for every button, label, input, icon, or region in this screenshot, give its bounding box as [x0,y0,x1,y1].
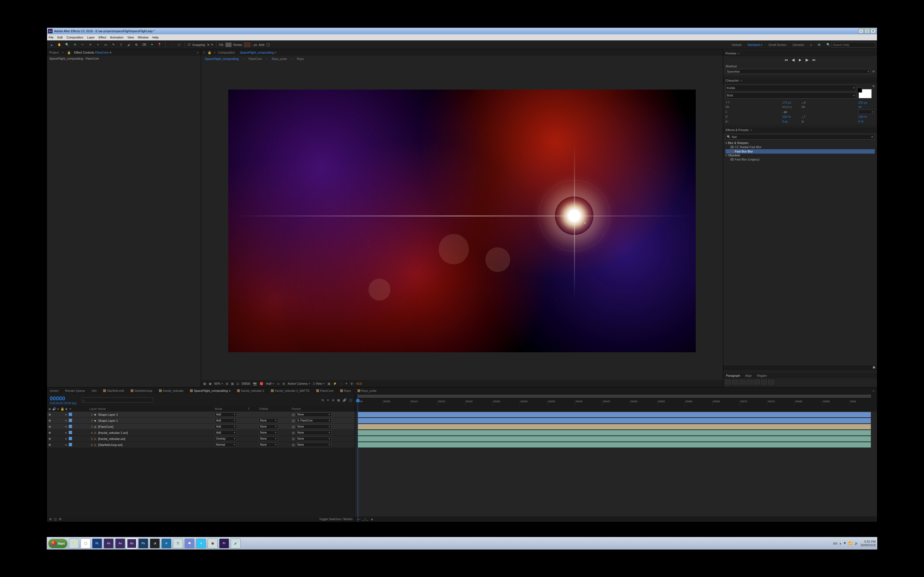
label-color-swatch[interactable] [69,425,72,428]
menu-effect[interactable]: Effect [99,36,106,39]
pix-icon[interactable]: ▦ [328,382,330,385]
taskbar-item-bug[interactable]: 🐞 [208,538,218,548]
lock-icon[interactable]: 🔒 [208,51,212,55]
grid-icon[interactable]: ▦ [231,382,234,385]
trkmat-dropdown[interactable]: None▾ [259,419,278,423]
eye-icon[interactable]: ◉ [48,419,52,422]
taskbar-item-ts[interactable]: ⟳ [162,538,171,548]
col-parent[interactable]: Parent [292,407,347,411]
strokestyle-dropdown[interactable]: ▾ [858,110,875,114]
selection-tool-icon[interactable]: ▲ [48,42,55,48]
effect-item-selected[interactable]: Fast Box Blur [725,149,875,153]
tl-foot-icon[interactable]: ◫ [54,517,57,521]
mesh2-icon[interactable]: ⊞ [176,42,182,48]
workspace-libraries[interactable]: Libraries [793,43,804,47]
close-button[interactable]: ✕ [871,29,876,33]
parent-pickwhip-icon[interactable]: @ [292,431,295,434]
toggle-switches-button[interactable]: Toggle Switches / Modes [319,517,352,521]
brush-tool-icon[interactable]: 🖌 [126,42,132,48]
zoom-in-icon[interactable]: ▲ [370,517,373,521]
first-frame-icon[interactable]: ⏮ [785,58,788,62]
roto-tool-icon[interactable]: ✦ [149,42,155,48]
taskbar-item-notes[interactable]: 🗒 [173,538,183,548]
font-size-value[interactable]: 170 px [782,101,799,104]
trkmat-dropdown[interactable]: None▾ [259,430,278,435]
layer-bars-area[interactable] [355,412,877,516]
bc-item-2[interactable]: Rays_polar [272,57,287,60]
magnification-dropdown[interactable]: 50% [214,382,223,385]
para-align-right-icon[interactable] [740,380,745,384]
timeline-tab[interactable]: fractal_nebulae [159,389,183,392]
timeline-tab[interactable]: Rays [340,389,351,392]
current-timecode[interactable]: 00000 [50,395,77,402]
workspace-standard[interactable]: Standard ≡ [748,43,762,47]
tray-up-icon[interactable]: ▴ [840,542,841,545]
minimize-button[interactable]: — [858,29,864,33]
timeline-tab[interactable]: fractal_nebulae 2_MATTE [271,389,310,392]
layer-bar[interactable] [358,424,871,429]
res-icon[interactable]: ⊞ [226,382,228,385]
parent-pickwhip-icon[interactable]: @ [292,419,295,422]
stroke-swatch[interactable] [244,43,250,47]
tl-icon[interactable]: ⇆ [321,398,324,402]
mask-icon[interactable]: ▣ [209,382,212,385]
tray-lang[interactable]: EN [833,542,837,545]
blend-mode-dropdown[interactable]: Normal▾ [215,443,237,447]
titlebar[interactable]: Ae Adobe After Effects CC 2018 - E:\ae-p… [47,28,877,34]
para-justify-last-center-icon[interactable] [754,380,759,384]
timeline-tab[interactable]: fractal_nebulae 2 [237,389,264,392]
puppet-tool-icon[interactable]: 📍 [157,42,163,48]
tl-icon[interactable]: ⊕ [332,398,334,402]
timeline-layer-row[interactable]: ◉▸5⚠[fractal_nebulae.avi]Overlay▾None▾@N… [47,436,355,442]
render-icon[interactable]: ✦ [345,382,347,385]
anchor-tool-icon[interactable]: ⌖ [95,42,101,48]
effects-group[interactable]: Obsolete [725,153,875,157]
menu-file[interactable]: File [48,36,53,39]
alpha-icon[interactable]: ▦ [203,382,206,385]
timeline-tab[interactable]: Rays_polar [357,389,377,392]
tl-icon[interactable]: ✦ [327,398,329,402]
menu-help[interactable]: Help [152,36,159,39]
tray-flag-icon[interactable]: ⚑ [843,542,846,545]
blend-mode-dropdown[interactable]: Add▾ [215,430,237,435]
tl-foot-icon[interactable]: ⚙ [59,517,61,521]
parent-dropdown[interactable]: None▾ [296,430,332,435]
workspace-default[interactable]: Default [732,43,741,47]
effects-panel-title[interactable]: Effects & Presets [725,128,748,132]
tray-vol-icon[interactable]: 🔊 [855,542,858,545]
zoom-tool-icon[interactable]: 🔍 [64,42,70,48]
eye-icon[interactable]: ◉ [48,443,52,446]
guides-icon[interactable]: ⊡ [236,382,239,385]
add-menu-icon[interactable]: ◯ [267,43,270,47]
para-justify-last-left-icon[interactable] [747,380,753,384]
layer-search-input[interactable] [82,398,153,403]
project-tab[interactable]: Project [49,51,58,54]
preview-panel-title[interactable]: Preview [725,52,736,55]
comp-name-link[interactable]: SpaceFlight_compositing [240,51,274,54]
lock-icon[interactable]: 🔒 [67,51,71,55]
tl-icon[interactable]: ▦ [337,398,340,402]
blend-mode-dropdown[interactable]: Add▾ [215,419,237,423]
menu-composition[interactable]: Composition [66,36,83,39]
character-panel-title[interactable]: Character [725,79,739,82]
col-t[interactable]: T [248,407,259,411]
current-time-indicator[interactable] [358,394,358,522]
refresh-icon[interactable]: ⟳ [872,70,875,73]
parent-dropdown[interactable]: 3. FlareCore▾ [296,419,332,423]
gear-icon[interactable]: ⚙ [351,382,353,385]
eye-icon[interactable]: ◉ [48,425,52,428]
tracking-value[interactable]: 34 [858,105,875,108]
eye-icon[interactable]: ◉ [48,413,52,416]
blend-mode-dropdown[interactable]: Overlay▾ [215,437,237,441]
tray-net-icon[interactable]: 📶 [848,542,852,545]
shortcut-dropdown[interactable]: Spacebar▾ [725,69,871,74]
font-family-dropdown[interactable]: Kokila▾ [725,85,856,91]
baseline-value[interactable]: 0 px [782,120,799,123]
snapshot-icon[interactable]: 📷 [253,382,257,385]
prev-frame-icon[interactable]: ◀| [792,58,795,62]
menu-layer[interactable]: Layer [87,36,95,39]
blend-mode-dropdown[interactable]: Add▾ [215,424,237,429]
snapping-checkbox[interactable]: ☑ [188,43,191,47]
maximize-button[interactable]: ▢ [864,29,870,33]
channel-icon[interactable]: 🔴 [260,382,263,385]
